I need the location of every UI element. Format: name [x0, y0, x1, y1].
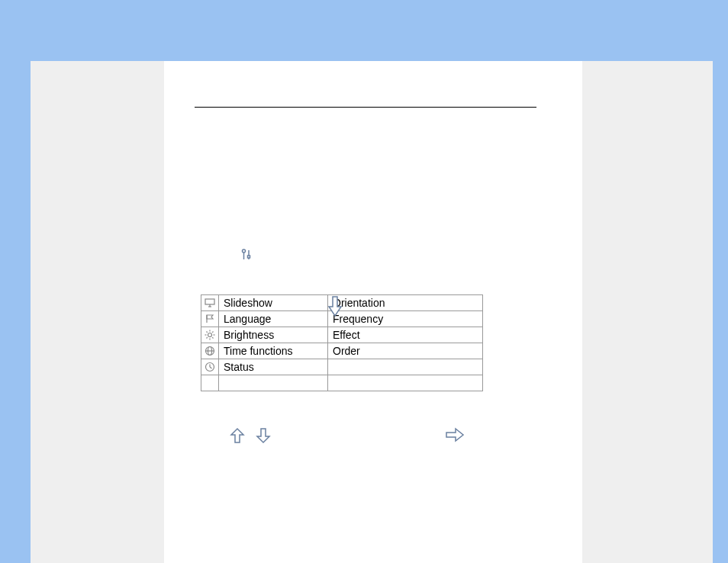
sun-icon [205, 330, 215, 340]
svg-line-14 [212, 337, 213, 338]
nav-bar [229, 427, 473, 449]
monitor-icon [205, 298, 215, 307]
row-sub[interactable]: Order [328, 343, 483, 359]
table-row: Brightness Effect [201, 327, 483, 343]
row-label[interactable]: Time functions [219, 343, 328, 359]
row-sub [328, 375, 483, 391]
row-label[interactable]: Slideshow [219, 295, 328, 311]
row-sub[interactable]: Frequency [328, 311, 483, 327]
row-sub [328, 359, 483, 375]
row-icon-cell [201, 311, 219, 327]
row-label[interactable]: Brightness [219, 327, 328, 343]
svg-rect-4 [205, 299, 214, 304]
row-label [219, 375, 328, 391]
svg-line-13 [207, 332, 208, 333]
row-icon-cell [201, 327, 219, 343]
svg-point-0 [243, 249, 246, 253]
svg-line-22 [210, 367, 212, 368]
viewport: Slideshow Orientation Language Frequency… [0, 0, 728, 563]
row-icon-cell [201, 359, 219, 375]
horizontal-rule [195, 107, 536, 108]
table-row: Slideshow Orientation [201, 295, 483, 311]
row-icon-cell [201, 375, 219, 391]
table-row: Language Frequency [201, 311, 483, 327]
table-row [201, 375, 483, 391]
svg-point-8 [208, 333, 212, 337]
clock-icon [205, 362, 215, 372]
row-sub[interactable]: Orientation [328, 295, 483, 311]
svg-rect-3 [248, 256, 250, 258]
document-area: Slideshow Orientation Language Frequency… [31, 61, 713, 563]
down-arrow-button[interactable] [255, 427, 272, 446]
table-row: Time functions Order [201, 343, 483, 359]
page: Slideshow Orientation Language Frequency… [164, 61, 582, 563]
row-sub[interactable]: Effect [328, 327, 483, 343]
up-arrow-button[interactable] [229, 427, 246, 446]
svg-line-15 [207, 337, 208, 338]
settings-table: Slideshow Orientation Language Frequency… [201, 294, 483, 391]
globe-icon [205, 346, 215, 356]
table-row: Status [201, 359, 483, 375]
flag-icon [205, 314, 215, 323]
row-label[interactable]: Language [219, 311, 328, 327]
row-icon-cell [201, 295, 219, 311]
svg-line-16 [212, 332, 213, 333]
tools-icon [240, 249, 253, 263]
right-arrow-button[interactable] [445, 427, 465, 445]
row-icon-cell [201, 343, 219, 359]
row-label[interactable]: Status [219, 359, 328, 375]
